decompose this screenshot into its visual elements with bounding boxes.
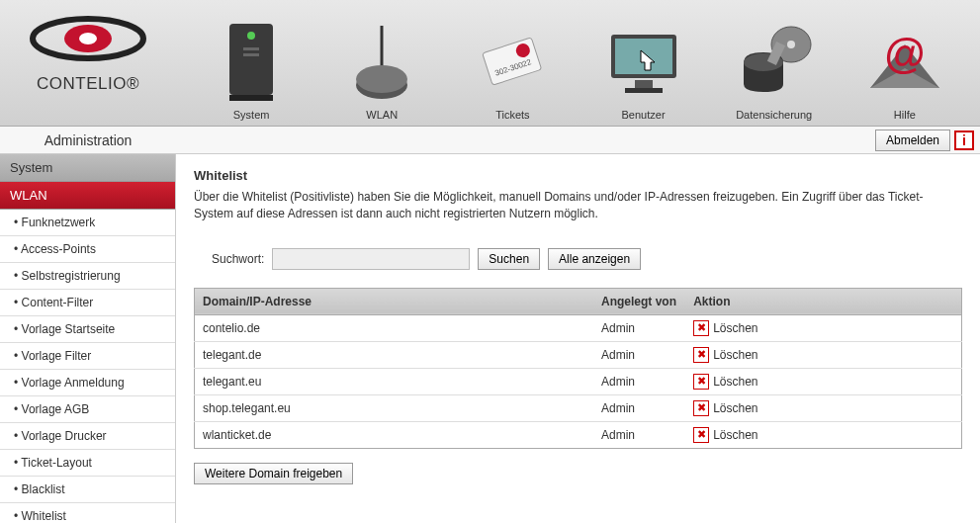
svg-rect-17 [625, 88, 663, 93]
topbar: CONTELIO® System WLAN 302-30022 Tickets … [0, 0, 980, 127]
sidebar-item-access-points[interactable]: Access-Points [0, 236, 175, 263]
whitelist-table: Domain/IP-Adresse Angelegt von Aktion co… [194, 288, 962, 449]
topnav-label: Hilfe [894, 109, 916, 121]
page-title: Whitelist [194, 168, 962, 183]
cell-user: Admin [593, 421, 685, 448]
sidebar: System WLAN Funknetzwerk Access-Points S… [0, 154, 176, 523]
delete-icon: ✖ [693, 347, 709, 363]
th-domain: Domain/IP-Adresse [195, 288, 594, 314]
sidebar-item-content-filter[interactable]: Content-Filter [0, 290, 175, 316]
server-icon [207, 18, 296, 107]
info-icon[interactable]: i [954, 131, 974, 150]
delete-icon: ✖ [693, 400, 709, 416]
topnav-wlan[interactable]: WLAN [337, 6, 426, 121]
brand-logo: CONTELIO® [0, 0, 176, 106]
svg-rect-4 [229, 95, 273, 101]
ticket-icon: 302-30022 [468, 18, 557, 107]
delete-icon: ✖ [693, 427, 709, 443]
logout-button[interactable]: Abmelden [875, 130, 950, 151]
add-domain-button[interactable]: Weitere Domain freigeben [194, 463, 353, 484]
sidebar-item-vorlage-agb[interactable]: Vorlage AGB [0, 396, 175, 423]
backup-icon [730, 18, 819, 107]
cell-user: Admin [593, 314, 685, 341]
cell-domain: shop.telegant.eu [195, 394, 594, 421]
search-label: Suchwort: [212, 252, 264, 266]
delete-icon: ✖ [693, 374, 709, 390]
svg-rect-16 [635, 80, 653, 88]
table-row: contelio.deAdmin✖Löschen [195, 314, 962, 341]
svg-text:@: @ [884, 31, 925, 77]
cell-domain: contelio.de [195, 314, 594, 341]
topnav-label: System [233, 109, 270, 121]
topnav-hilfe[interactable]: @ Hilfe [860, 6, 949, 121]
sidebar-section-system[interactable]: System [0, 154, 175, 182]
brand-name: CONTELIO® [8, 74, 168, 94]
page-description: Über die Whitelist (Positivliste) haben … [194, 189, 962, 222]
subbar: Administration Abmelden i [0, 127, 980, 154]
delete-label: Löschen [713, 428, 757, 442]
topnav-system[interactable]: System [207, 6, 296, 121]
topnav-benutzer[interactable]: Benutzer [599, 6, 688, 121]
search-row: Suchwort: Suchen Alle anzeigen [212, 248, 962, 270]
search-button[interactable]: Suchen [478, 248, 540, 270]
cell-domain: wlanticket.de [195, 421, 594, 448]
sidebar-item-selbstregistrierung[interactable]: Selbstregistrierung [0, 263, 175, 290]
topnav-label: Benutzer [622, 109, 666, 121]
delete-icon: ✖ [693, 320, 709, 336]
delete-label: Löschen [713, 348, 757, 362]
delete-label: Löschen [713, 375, 757, 389]
cell-user: Admin [593, 394, 685, 421]
delete-label: Löschen [713, 321, 757, 335]
search-input[interactable] [272, 248, 470, 270]
subbar-title: Administration [0, 132, 176, 148]
delete-action[interactable]: ✖Löschen [693, 427, 953, 443]
delete-label: Löschen [713, 401, 757, 415]
sidebar-item-vorlage-anmeldung[interactable]: Vorlage Anmeldung [0, 370, 175, 396]
th-user: Angelegt von [593, 288, 685, 314]
topnav-label: WLAN [366, 109, 398, 121]
sidebar-section-wlan[interactable]: WLAN [0, 182, 175, 210]
sidebar-item-ticket-layout[interactable]: Ticket-Layout [0, 450, 175, 477]
cell-domain: telegant.eu [195, 368, 594, 394]
svg-rect-7 [243, 53, 259, 56]
delete-action[interactable]: ✖Löschen [693, 320, 953, 336]
th-action: Aktion [685, 288, 961, 314]
topnav-tickets[interactable]: 302-30022 Tickets [468, 6, 557, 121]
cell-domain: telegant.de [195, 341, 594, 368]
show-all-button[interactable]: Alle anzeigen [548, 248, 641, 270]
svg-point-10 [356, 65, 407, 93]
svg-point-2 [79, 33, 97, 44]
svg-rect-11 [483, 38, 542, 85]
table-row: telegant.euAdmin✖Löschen [195, 368, 962, 394]
monitor-icon [599, 18, 688, 107]
delete-action[interactable]: ✖Löschen [693, 347, 953, 363]
topnav-label: Tickets [495, 109, 529, 121]
sidebar-item-funknetzwerk[interactable]: Funknetzwerk [0, 210, 175, 236]
sidebar-item-vorlage-drucker[interactable]: Vorlage Drucker [0, 423, 175, 450]
antenna-icon [337, 18, 426, 107]
sidebar-item-vorlage-startseite[interactable]: Vorlage Startseite [0, 316, 175, 343]
topnav-datensicherung[interactable]: Datensicherung [730, 6, 819, 121]
eye-logo-icon [24, 12, 152, 65]
delete-action[interactable]: ✖Löschen [693, 374, 953, 390]
table-row: telegant.deAdmin✖Löschen [195, 341, 962, 368]
at-icon: @ [860, 18, 949, 107]
svg-rect-6 [243, 47, 259, 50]
svg-point-5 [247, 32, 255, 40]
table-row: wlanticket.deAdmin✖Löschen [195, 421, 962, 448]
cell-user: Admin [593, 341, 685, 368]
sidebar-item-whitelist[interactable]: Whitelist [0, 503, 175, 523]
content-area: Whitelist Über die Whitelist (Positivlis… [176, 154, 980, 523]
svg-point-20 [787, 41, 795, 48]
delete-action[interactable]: ✖Löschen [693, 400, 953, 416]
sidebar-item-blacklist[interactable]: Blacklist [0, 477, 175, 503]
cell-user: Admin [593, 368, 685, 394]
top-nav: System WLAN 302-30022 Tickets Benutzer D… [176, 0, 980, 127]
topnav-label: Datensicherung [736, 109, 812, 121]
sidebar-item-vorlage-filter[interactable]: Vorlage Filter [0, 343, 175, 370]
table-row: shop.telegant.euAdmin✖Löschen [195, 394, 962, 421]
